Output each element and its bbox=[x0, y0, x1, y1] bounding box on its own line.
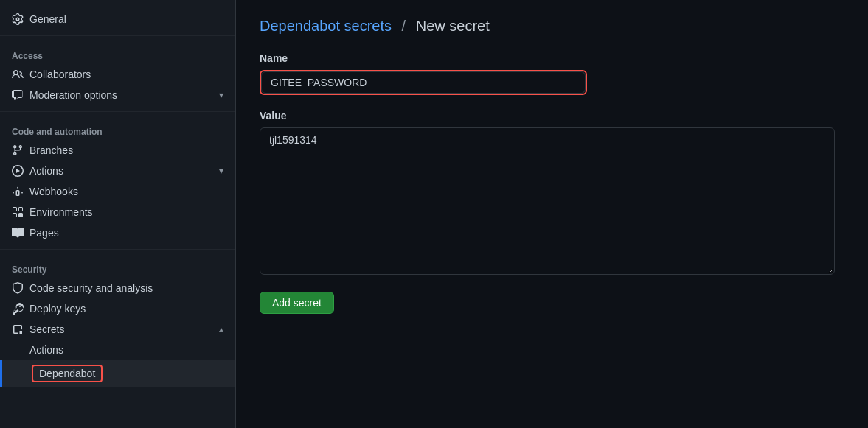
page-title: Dependabot secrets / New secret bbox=[260, 18, 844, 35]
moderation-label: Moderation options bbox=[29, 89, 117, 101]
shield-icon bbox=[12, 282, 24, 294]
separator-2 bbox=[0, 111, 235, 112]
git-branch-icon bbox=[12, 144, 24, 156]
sidebar-item-actions-sub[interactable]: Actions bbox=[0, 340, 235, 360]
actions-icon bbox=[12, 165, 24, 177]
gear-icon bbox=[12, 13, 24, 25]
moderation-chevron: ▾ bbox=[219, 90, 223, 100]
key-icon bbox=[12, 303, 24, 315]
actions-label: Actions bbox=[29, 165, 63, 177]
webhook-icon bbox=[12, 186, 24, 197]
name-input[interactable] bbox=[261, 71, 586, 94]
add-secret-button[interactable]: Add secret bbox=[260, 292, 334, 314]
actions-chevron: ▾ bbox=[219, 166, 223, 176]
webhooks-label: Webhooks bbox=[29, 186, 78, 197]
sidebar-item-code-security[interactable]: Code security and analysis bbox=[0, 278, 235, 298]
sidebar-item-deploy-keys[interactable]: Deploy keys bbox=[0, 298, 235, 319]
pages-label: Pages bbox=[29, 227, 59, 239]
name-input-wrapper bbox=[260, 70, 587, 95]
breadcrumb-current: New secret bbox=[416, 18, 490, 34]
value-label: Value bbox=[260, 110, 844, 122]
section-access-label: Access bbox=[0, 42, 235, 64]
sidebar-item-environments[interactable]: Environments bbox=[0, 202, 235, 222]
separator-3 bbox=[0, 249, 235, 250]
name-label: Name bbox=[260, 52, 844, 64]
actions-sub-label: Actions bbox=[29, 344, 63, 356]
deploy-keys-label: Deploy keys bbox=[29, 303, 86, 315]
comment-icon bbox=[12, 89, 24, 101]
breadcrumb-parent[interactable]: Dependabot secrets bbox=[260, 18, 392, 34]
secrets-label: Secrets bbox=[29, 323, 64, 335]
environments-icon bbox=[12, 206, 24, 218]
dependabot-label: Dependabot bbox=[32, 365, 103, 382]
breadcrumb-separator: / bbox=[402, 18, 406, 34]
section-security-label: Security bbox=[0, 256, 235, 278]
secrets-chevron: ▴ bbox=[219, 324, 223, 334]
general-label: General bbox=[29, 13, 66, 25]
sidebar: General Access Collaborators Moderation … bbox=[0, 0, 236, 428]
branches-label: Branches bbox=[29, 144, 73, 156]
value-textarea[interactable]: tjl1591314 bbox=[260, 127, 835, 275]
environments-label: Environments bbox=[29, 206, 93, 218]
sidebar-item-secrets[interactable]: Secrets ▴ bbox=[0, 319, 235, 340]
sidebar-item-webhooks[interactable]: Webhooks bbox=[0, 181, 235, 202]
sidebar-item-dependabot[interactable]: Dependabot bbox=[0, 360, 235, 387]
main-content: Dependabot secrets / New secret Name Val… bbox=[236, 0, 868, 428]
sidebar-item-branches[interactable]: Branches bbox=[0, 140, 235, 161]
code-security-label: Code security and analysis bbox=[29, 282, 153, 294]
sidebar-item-general[interactable]: General bbox=[0, 9, 235, 29]
sidebar-item-moderation[interactable]: Moderation options ▾ bbox=[0, 85, 235, 105]
people-icon bbox=[12, 69, 24, 80]
sidebar-item-collaborators[interactable]: Collaborators bbox=[0, 64, 235, 85]
section-code-label: Code and automation bbox=[0, 118, 235, 140]
value-form-group: Value tjl1591314 bbox=[260, 110, 844, 277]
separator-1 bbox=[0, 35, 235, 36]
pages-icon bbox=[12, 227, 24, 239]
collaborators-label: Collaborators bbox=[29, 69, 91, 80]
secret-icon bbox=[12, 323, 24, 335]
sidebar-item-pages[interactable]: Pages bbox=[0, 222, 235, 243]
sidebar-item-actions[interactable]: Actions ▾ bbox=[0, 161, 235, 181]
name-form-group: Name bbox=[260, 52, 844, 95]
